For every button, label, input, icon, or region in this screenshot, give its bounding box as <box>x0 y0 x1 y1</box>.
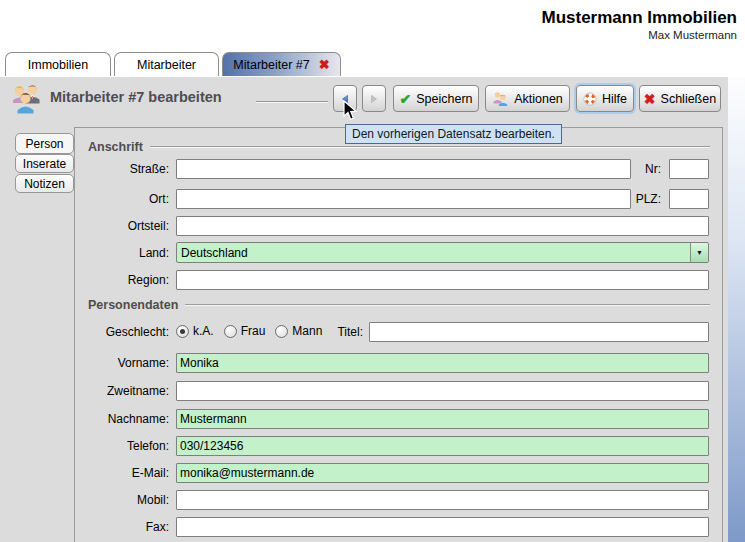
nachname-input[interactable] <box>176 409 709 429</box>
email-input[interactable] <box>176 463 709 483</box>
main-panel: Mitarbeiter #7 bearbeiten ✔ Speichern <box>0 77 728 542</box>
help-button[interactable]: Hilfe <box>576 85 634 112</box>
tab-immobilien[interactable]: Immobilien <box>5 52 111 76</box>
actions-button-label: Aktionen <box>514 92 563 106</box>
section-legend: Anschrift <box>88 140 143 154</box>
user-name: Max Mustermann <box>541 28 737 42</box>
sidebar-item-inserate[interactable]: Inserate <box>15 154 74 173</box>
section-legend: Personendaten <box>88 298 178 312</box>
tab-mitarbeiter[interactable]: Mitarbeiter <box>114 52 219 76</box>
nachname-label: Nachname: <box>75 408 169 430</box>
check-icon: ✔ <box>399 92 411 106</box>
brand-block: Mustermann Immobilien Max Mustermann <box>541 8 737 42</box>
mouse-cursor-icon <box>343 100 358 125</box>
radio-ka[interactable]: k.A. <box>176 324 214 338</box>
save-button-label: Speichern <box>416 92 472 106</box>
tab-mitarbeiter-7[interactable]: Mitarbeiter #7 ✖ <box>222 52 341 76</box>
ort-label: Ort: <box>75 188 169 210</box>
chevron-down-icon[interactable]: ▼ <box>690 243 708 262</box>
geschlecht-label: Geschlecht: <box>75 321 169 343</box>
next-record-button[interactable] <box>362 85 386 112</box>
tooltip: Den vorherigen Datensatz bearbeiten. <box>345 124 562 144</box>
sidebar-item-label: Inserate <box>23 157 66 171</box>
radio-icon[interactable] <box>275 325 288 338</box>
title-separator <box>256 101 328 103</box>
tab-label: Mitarbeiter #7 <box>233 58 309 72</box>
land-select-value: Deutschland <box>177 246 690 260</box>
titel-input[interactable] <box>369 322 709 342</box>
plz-label: PLZ: <box>615 188 661 210</box>
sidebar-item-notizen[interactable]: Notizen <box>15 174 74 193</box>
land-select[interactable]: Deutschland ▼ <box>176 242 709 263</box>
telefon-input[interactable] <box>176 436 709 456</box>
email-label: E-Mail: <box>75 462 169 484</box>
mobil-input[interactable] <box>176 490 709 510</box>
nr-label: Nr: <box>615 158 661 180</box>
app-window: Mustermann Immobilien Max Mustermann Imm… <box>0 0 745 542</box>
radio-selected-icon[interactable] <box>176 325 189 338</box>
sidebar-item-person[interactable]: Person <box>15 133 74 154</box>
close-icon: ✖ <box>644 92 656 106</box>
tab-label: Immobilien <box>28 58 88 72</box>
close-tab-icon[interactable]: ✖ <box>319 58 330 71</box>
nr-input[interactable] <box>669 159 709 179</box>
close-button[interactable]: ✖ Schließen <box>639 85 721 112</box>
close-button-label: Schließen <box>661 92 717 106</box>
sidebar-item-label: Person <box>25 137 63 151</box>
vorname-input[interactable] <box>176 353 709 373</box>
region-input[interactable] <box>176 270 709 290</box>
ort-input[interactable] <box>176 189 631 209</box>
form-panel: Anschrift Straße: Nr: Ort: PLZ: Ortsteil… <box>74 127 723 542</box>
region-label: Region: <box>75 269 169 291</box>
vorname-label: Vorname: <box>75 352 169 374</box>
titel-label: Titel: <box>315 321 363 343</box>
page-title: Mitarbeiter #7 bearbeiten <box>50 89 222 105</box>
land-label: Land: <box>75 242 169 264</box>
radio-frau[interactable]: Frau <box>224 324 266 338</box>
fax-label: Fax: <box>75 516 169 538</box>
legend-line <box>150 146 710 148</box>
strasse-input[interactable] <box>176 159 631 179</box>
help-button-label: Hilfe <box>602 92 627 106</box>
fax-input[interactable] <box>176 517 709 537</box>
radio-icon[interactable] <box>224 325 237 338</box>
lifebuoy-icon <box>583 91 597 107</box>
geschlecht-radio-group: k.A. Frau Mann <box>176 324 322 338</box>
legend-line <box>185 304 710 306</box>
arrow-right-icon <box>369 90 379 108</box>
mobil-label: Mobil: <box>75 489 169 511</box>
strasse-label: Straße: <box>75 158 169 180</box>
zweitname-label: Zweitname: <box>75 380 169 402</box>
section-personendaten: Personendaten <box>88 298 710 312</box>
window-background-gradient <box>728 77 745 542</box>
save-button[interactable]: ✔ Speichern <box>393 85 479 112</box>
actions-button[interactable]: Aktionen <box>485 85 570 112</box>
tab-bar: Immobilien Mitarbeiter Mitarbeiter #7 ✖ <box>0 52 745 77</box>
ortsteil-label: Ortsteil: <box>75 215 169 237</box>
tab-label: Mitarbeiter <box>137 58 196 72</box>
ortsteil-input[interactable] <box>176 216 709 236</box>
zweitname-input[interactable] <box>176 381 709 401</box>
people-icon <box>492 91 509 106</box>
employees-group-icon <box>10 83 46 118</box>
radio-label: k.A. <box>193 324 214 338</box>
radio-label: Frau <box>241 324 266 338</box>
telefon-label: Telefon: <box>75 435 169 457</box>
sidebar-item-label: Notizen <box>24 177 65 191</box>
plz-input[interactable] <box>669 189 709 209</box>
company-title: Mustermann Immobilien <box>541 8 737 28</box>
